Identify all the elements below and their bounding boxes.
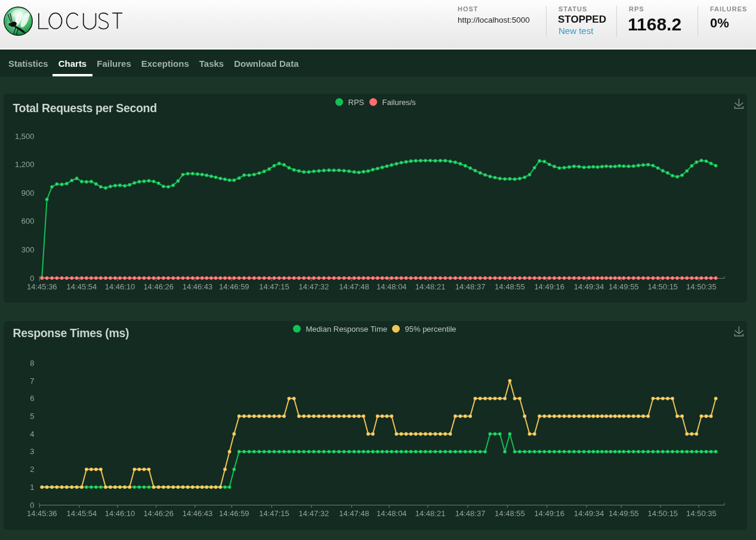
svg-text:3: 3 [30,447,34,456]
svg-text:7: 7 [30,377,34,385]
svg-text:14:47:48: 14:47:48 [339,282,369,291]
svg-text:14:46:43: 14:46:43 [182,509,212,518]
svg-text:14:48:21: 14:48:21 [415,282,445,291]
svg-text:95% percentile: 95% percentile [405,325,456,334]
svg-text:14:50:15: 14:50:15 [647,282,678,291]
svg-text:1,500: 1,500 [14,132,34,141]
svg-text:Response Times (ms): Response Times (ms) [13,326,129,340]
svg-text:14:48:04: 14:48:04 [376,282,406,291]
svg-text:14:49:55: 14:49:55 [608,282,638,291]
svg-text:0: 0 [30,274,34,283]
svg-text:8: 8 [30,359,34,368]
svg-text:14:46:10: 14:46:10 [104,282,135,291]
svg-text:14:45:36: 14:45:36 [26,509,57,518]
svg-text:14:50:35: 14:50:35 [686,509,717,518]
svg-text:14:49:34: 14:49:34 [573,509,604,518]
svg-text:14:50:35: 14:50:35 [686,282,717,291]
svg-text:14:46:59: 14:46:59 [218,509,249,518]
svg-text:14:47:15: 14:47:15 [259,509,289,518]
svg-text:14:46:43: 14:46:43 [182,282,212,291]
svg-text:14:46:26: 14:46:26 [143,282,174,291]
svg-text:14:45:54: 14:45:54 [66,509,97,518]
svg-text:14:47:32: 14:47:32 [298,282,329,291]
svg-text:14:47:32: 14:47:32 [298,509,329,518]
svg-text:14:48:37: 14:48:37 [455,282,485,291]
svg-text:4: 4 [30,430,34,439]
svg-text:14:49:55: 14:49:55 [608,509,638,518]
svg-text:2: 2 [30,465,34,474]
svg-text:Median Response Time: Median Response Time [306,325,387,334]
svg-text:14:48:04: 14:48:04 [376,509,406,518]
svg-text:14:49:16: 14:49:16 [534,282,564,291]
svg-text:6: 6 [30,394,34,403]
svg-text:14:45:54: 14:45:54 [66,282,97,291]
svg-text:14:46:59: 14:46:59 [218,282,249,291]
svg-text:300: 300 [21,245,34,254]
svg-text:Failures/s: Failures/s [382,98,416,107]
svg-text:14:49:34: 14:49:34 [573,282,604,291]
svg-text:14:50:15: 14:50:15 [647,509,678,518]
svg-text:14:48:21: 14:48:21 [415,509,445,518]
svg-text:14:46:10: 14:46:10 [104,509,135,518]
svg-text:Total Requests per Second: Total Requests per Second [13,101,156,115]
svg-text:14:48:37: 14:48:37 [455,509,485,518]
svg-text:14:47:48: 14:47:48 [339,509,369,518]
svg-text:RPS: RPS [348,98,364,107]
svg-text:0: 0 [30,501,34,510]
svg-text:1,200: 1,200 [14,160,34,169]
svg-text:600: 600 [21,217,34,226]
svg-text:14:45:36: 14:45:36 [26,282,57,291]
svg-text:900: 900 [21,189,34,198]
svg-text:14:48:55: 14:48:55 [495,509,525,518]
svg-text:5: 5 [30,412,34,421]
svg-text:14:49:16: 14:49:16 [534,509,564,518]
svg-text:14:46:26: 14:46:26 [143,509,174,518]
svg-text:14:48:55: 14:48:55 [495,282,525,291]
svg-text:1: 1 [30,483,34,492]
svg-text:14:47:15: 14:47:15 [259,282,289,291]
